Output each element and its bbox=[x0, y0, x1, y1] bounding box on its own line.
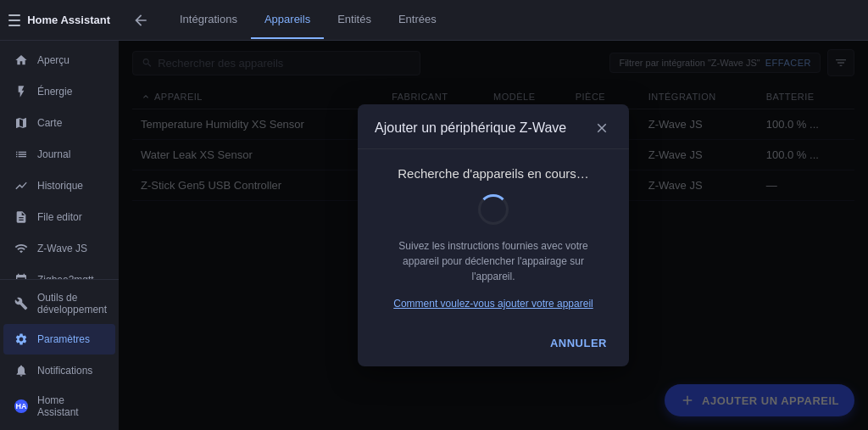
back-button[interactable] bbox=[129, 8, 153, 32]
tab-entrees[interactable]: Entrées bbox=[385, 1, 450, 39]
modal-header: Ajouter un périphérique Z-Wave bbox=[358, 104, 629, 149]
topnav: Intégrations Appareils Entités Entrées bbox=[119, 0, 868, 41]
tab-entites[interactable]: Entités bbox=[324, 1, 385, 39]
main-area: Intégrations Appareils Entités Entrées F… bbox=[119, 0, 868, 430]
sidebar-bottom: Outils de développement Paramètres Notif… bbox=[0, 279, 119, 430]
zwave-icon bbox=[14, 241, 29, 256]
sidebar-item-file-editor[interactable]: File editor bbox=[3, 202, 115, 232]
sidebar-item-carte[interactable]: Carte bbox=[3, 108, 115, 138]
chart-icon bbox=[14, 178, 29, 193]
modal-body: Recherche d'appareils en cours… Suivez l… bbox=[358, 149, 629, 323]
modal-overlay: Ajouter un périphérique Z-Wave Recherche… bbox=[119, 41, 868, 430]
bell-icon bbox=[14, 363, 29, 378]
map-icon bbox=[14, 115, 29, 131]
list-icon bbox=[14, 147, 29, 162]
content-area: Filtrer par intégration "Z-Wave JS" EFFA… bbox=[119, 41, 868, 430]
sidebar-item-zigbee2mqtt[interactable]: Zigbee2mqtt bbox=[3, 265, 115, 279]
cancel-button[interactable]: ANNULER bbox=[542, 332, 615, 355]
sidebar-item-historique[interactable]: Historique bbox=[3, 170, 115, 201]
topnav-tabs: Intégrations Appareils Entités Entrées bbox=[166, 1, 450, 39]
ha-icon: HA bbox=[14, 399, 29, 414]
modal-help-link[interactable]: Comment voulez-vous ajouter votre appare… bbox=[393, 298, 593, 310]
sidebar-item-zwave-js[interactable]: Z-Wave JS bbox=[3, 233, 115, 264]
modal-title: Ajouter un périphérique Z-Wave bbox=[375, 120, 566, 136]
sidebar-nav: Aperçu Énergie Carte Journal bbox=[0, 41, 119, 279]
sidebar: Home Assistant Aperçu Énergie Carte bbox=[0, 0, 119, 430]
file-icon bbox=[14, 209, 29, 225]
sidebar-item-notifications[interactable]: Notifications bbox=[3, 355, 115, 386]
modal-instructions: Suivez les instructions fournies avec vo… bbox=[383, 238, 604, 284]
loading-spinner bbox=[478, 194, 509, 225]
settings-icon bbox=[14, 332, 29, 347]
sidebar-item-dev-tools[interactable]: Outils de développement bbox=[3, 284, 115, 323]
tab-appareils[interactable]: Appareils bbox=[251, 1, 324, 39]
sidebar-item-apercu[interactable]: Aperçu bbox=[3, 45, 115, 75]
sidebar-item-journal[interactable]: Journal bbox=[3, 139, 115, 170]
dev-icon bbox=[14, 296, 29, 311]
sidebar-item-energie[interactable]: Énergie bbox=[3, 76, 115, 107]
tab-integrations[interactable]: Intégrations bbox=[166, 1, 251, 39]
app-title: Home Assistant bbox=[27, 14, 110, 26]
modal-close-button[interactable] bbox=[592, 118, 612, 138]
sidebar-item-ha-bottom[interactable]: HA Home Assistant bbox=[3, 387, 115, 426]
home-icon bbox=[14, 53, 29, 68]
bolt-icon bbox=[14, 84, 29, 99]
modal-footer: ANNULER bbox=[358, 323, 629, 366]
hamburger-menu[interactable] bbox=[8, 14, 20, 26]
sidebar-item-parametres[interactable]: Paramètres bbox=[3, 324, 115, 355]
modal-searching-text: Recherche d'appareils en cours… bbox=[398, 166, 588, 181]
sidebar-header: Home Assistant bbox=[0, 0, 119, 41]
zigbee-icon bbox=[14, 272, 29, 279]
add-zwave-device-modal: Ajouter un périphérique Z-Wave Recherche… bbox=[358, 104, 629, 366]
